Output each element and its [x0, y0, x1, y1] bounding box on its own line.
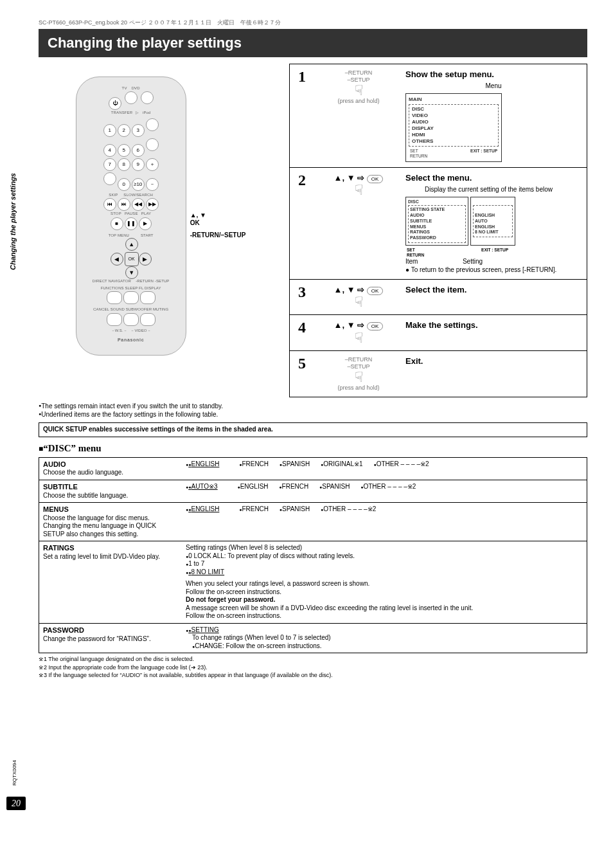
footnotes: ※1 The original language designated on t…: [39, 656, 587, 679]
up-arrow-icon: ▲: [125, 238, 138, 251]
remote-brand: Panasonic: [83, 338, 179, 343]
right-arrow-icon: ▶: [139, 253, 152, 266]
pre-notes: The settings remain intact even if you s…: [39, 402, 587, 419]
left-arrow-icon: ◀: [111, 253, 123, 266]
ok-button: OK: [125, 252, 139, 266]
sidebar-section-title: Changing the player settings: [9, 173, 18, 270]
disc-menu-heading: “DISC” menu: [39, 442, 587, 455]
press-hold-icon: ☟: [317, 84, 400, 98]
quick-setup-note: QUICK SETUP enables successive settings …: [39, 422, 587, 437]
disc-menu-table: AUDIOChoose the audio language. ENGLISH …: [39, 457, 587, 654]
header-strip: SC-PT660_663P-PC_eng.book 20 ページ ２００７年１２…: [39, 19, 587, 26]
down-arrow-icon: ▼: [125, 266, 138, 279]
steps-table: 1 –RETURN –SETUP ☟ (press and hold) Show…: [289, 64, 587, 398]
step-number: 1: [290, 64, 314, 167]
press-icon: ☟: [317, 183, 400, 197]
page-title: Changing the player settings: [39, 29, 587, 57]
remote-illustration: TV DVD ⏻ TRANSFER ▷ iPod 123 456 789＋ 0≥…: [76, 77, 186, 356]
